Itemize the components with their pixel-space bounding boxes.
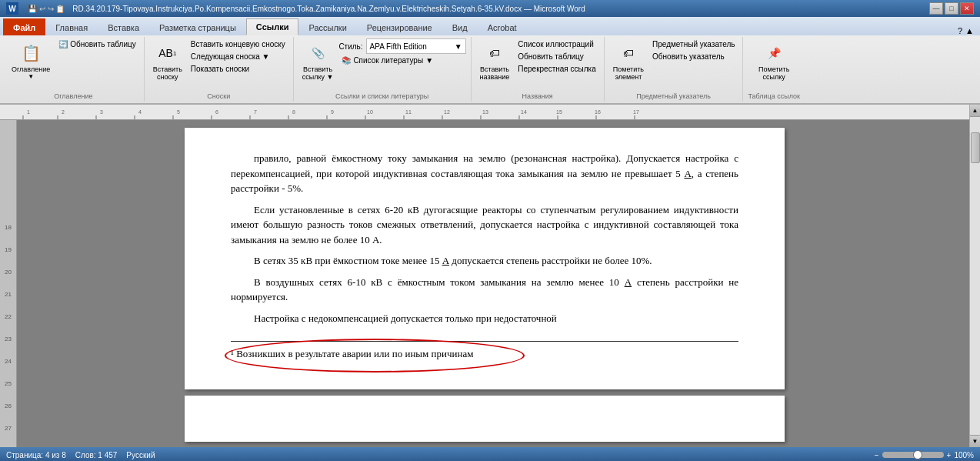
status-words: Слов: 1 457: [75, 451, 118, 459]
scroll-down-button[interactable]: ▼: [970, 435, 981, 447]
style-dropdown-icon: ▼: [455, 42, 462, 51]
maximize-button[interactable]: □: [945, 2, 958, 15]
tab-file[interactable]: Файл: [3, 18, 45, 35]
ruler-svg: 1 2 3 4 5 6 7 8 9: [0, 105, 969, 120]
footnotes-group-label: Сноски: [207, 91, 230, 100]
scroll-thumb[interactable]: [971, 132, 980, 163]
zoom-out-button[interactable]: −: [875, 451, 879, 459]
list-illustrations-label: Список иллюстраций: [518, 40, 593, 48]
collapse-ribbon-button[interactable]: ▲: [965, 26, 974, 35]
svg-text:14: 14: [521, 109, 527, 115]
margin-num-18: 18: [5, 224, 12, 231]
insert-footnote-big-btn[interactable]: AB1 Вставитьсноску: [149, 38, 186, 83]
mark-citation-btn[interactable]: 📌 Пометитьссылку: [755, 38, 793, 83]
margin-num-27: 27: [5, 425, 12, 432]
tab-home[interactable]: Главная: [45, 18, 98, 35]
footnote-icon: AB1: [155, 41, 180, 65]
svg-text:4: 4: [138, 109, 142, 115]
tab-acrobat[interactable]: Acrobat: [478, 18, 527, 35]
zoom-thumb[interactable]: [913, 450, 922, 459]
para-3: В сетях 35 кВ при ёмкостном токе менее 1…: [231, 253, 738, 269]
citation-table-group-label: Таблица ссылок: [748, 91, 800, 100]
svg-text:16: 16: [595, 109, 601, 115]
citation-icon: 📎: [305, 41, 330, 65]
document-page-2[interactable]: [185, 396, 785, 442]
show-notes-btn[interactable]: Показать сноски: [188, 63, 288, 75]
style-label: Стиль:: [338, 42, 362, 51]
margin-num-25: 25: [5, 380, 12, 387]
ribbon-group-captions: 🏷 Вставитьназвание Список иллюстраций Об…: [472, 37, 605, 102]
status-bar: Страница: 4 из 8 Слов: 1 457 Русский − +…: [0, 447, 980, 461]
toc-small-btns: 🔄 Обновить таблицу: [55, 38, 139, 50]
insert-caption-btn[interactable]: 🏷 Вставитьназвание: [476, 38, 514, 83]
toc-button[interactable]: 📋 Оглавление ▼: [8, 38, 54, 82]
footnotes-group-content: AB1 Вставитьсноску Вставить концевую сно…: [149, 38, 288, 91]
bibliography-btn[interactable]: 📚 Список литературы ▼: [338, 55, 465, 66]
ribbon-group-footnotes: AB1 Вставитьсноску Вставить концевую сно…: [145, 37, 294, 102]
tab-review[interactable]: Рецензирование: [357, 18, 442, 35]
pages-wrapper[interactable]: правило, равной ёмкостному току замыкани…: [0, 120, 969, 447]
center-content: 1 2 3 4 5 6 7 8 9: [0, 105, 969, 447]
tab-insert[interactable]: Вставка: [98, 18, 149, 35]
svg-text:11: 11: [405, 109, 412, 115]
svg-text:7: 7: [254, 109, 257, 115]
main-layout: 18 19 20 21 22 23 24 25 26 27 1 2 3: [0, 105, 980, 447]
citation-table-group-content: 📌 Пометитьссылку: [755, 38, 793, 91]
mark-citation-icon: 📌: [762, 41, 786, 65]
ruler: 1 2 3 4 5 6 7 8 9: [0, 105, 969, 120]
tab-view[interactable]: Вид: [442, 18, 478, 35]
update-table-btn[interactable]: 🔄 Обновить таблицу: [55, 38, 139, 50]
ribbon-group-index: 🏷 Пометитьэлемент Предметный указатель О…: [605, 37, 744, 102]
captions-small-btns: Список иллюстраций Обновить таблицу Пере…: [515, 38, 598, 75]
margin-num-21: 21: [5, 291, 12, 298]
svg-text:5: 5: [177, 109, 180, 115]
style-dropdown[interactable]: APA Fifth Edition ▼: [366, 38, 466, 54]
minimize-button[interactable]: —: [929, 2, 943, 15]
word-icon: W: [6, 2, 18, 15]
para-5: Настройка с недокомпенсацией допускается…: [231, 311, 738, 326]
title-bar-controls[interactable]: — □ ✕: [929, 2, 974, 15]
insert-footnote-label: Вставитьсноску: [153, 65, 182, 81]
close-button[interactable]: ✕: [960, 2, 974, 15]
tab-mailings[interactable]: Рассылки: [298, 18, 356, 35]
index-group-label: Предметный указатель: [636, 91, 711, 100]
update-captions-label: Обновить таблицу: [518, 52, 584, 61]
update-captions-table-btn[interactable]: Обновить таблицу: [515, 51, 598, 62]
update-table-icon: 🔄: [58, 40, 68, 48]
zoom-in-button[interactable]: +: [947, 451, 952, 459]
svg-text:15: 15: [556, 109, 562, 115]
index-small-btns: Предметный указатель Обновить указатель: [649, 38, 738, 62]
next-footnote-btn[interactable]: Следующая сноска ▼: [188, 51, 288, 62]
vertical-scrollbar[interactable]: ▲ ▼: [969, 105, 980, 447]
margin-num-19: 19: [5, 246, 12, 253]
margin-num-24: 24: [5, 358, 12, 365]
mark-entry-label: Пометитьэлемент: [613, 65, 644, 81]
svg-text:17: 17: [633, 109, 639, 115]
zoom-slider[interactable]: [882, 452, 944, 458]
subject-index-btn[interactable]: Предметный указатель: [649, 38, 738, 50]
margin-num-22: 22: [5, 313, 12, 320]
help-button[interactable]: ?: [958, 26, 962, 35]
scroll-up-button[interactable]: ▲: [970, 105, 981, 117]
next-footnote-label: Следующая сноска ▼: [191, 52, 270, 61]
captions-group-label: Названия: [522, 91, 553, 100]
svg-text:6: 6: [215, 109, 218, 115]
update-index-btn[interactable]: Обновить указатель: [649, 51, 738, 62]
insert-citation-btn[interactable]: 📎 Вставитьссылку ▼: [298, 38, 338, 83]
document-page-1[interactable]: правило, равной ёмкостному току замыкани…: [185, 128, 785, 389]
list-illustrations-btn[interactable]: Список иллюстраций: [515, 38, 598, 50]
ribbon-content: 📋 Оглавление ▼ 🔄 Обновить таблицу Оглавл…: [0, 35, 980, 103]
left-margin: 18 19 20 21 22 23 24 25 26 27: [0, 105, 17, 447]
mark-entry-btn[interactable]: 🏷 Пометитьэлемент: [609, 38, 648, 83]
cross-reference-btn[interactable]: Перекрестная ссылка: [515, 63, 598, 75]
tab-page-layout[interactable]: Разметка страницы: [149, 18, 246, 35]
para-2: Если установленные в сетях 6-20 кВ дугог…: [231, 202, 738, 248]
ribbon-group-toc: 📋 Оглавление ▼ 🔄 Обновить таблицу Оглавл…: [3, 37, 145, 102]
svg-text:12: 12: [444, 109, 450, 115]
para-1: правило, равной ёмкостному току замыкани…: [231, 151, 738, 196]
title-text: RD.34.20.179-Tipovaya.Instrukciya.Po.Kom…: [72, 5, 585, 13]
svg-text:8: 8: [292, 109, 295, 115]
tab-references[interactable]: Ссылки: [246, 18, 299, 35]
update-index-label: Обновить указатель: [652, 52, 725, 61]
insert-endnote-btn[interactable]: Вставить концевую сноску: [188, 38, 288, 50]
